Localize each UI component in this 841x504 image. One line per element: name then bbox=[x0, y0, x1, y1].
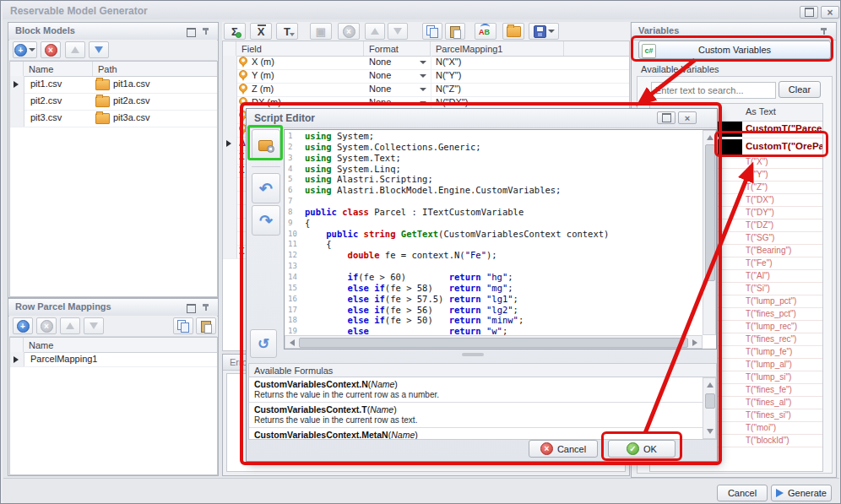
paste-button[interactable] bbox=[445, 23, 465, 40]
row-indicator bbox=[223, 110, 237, 123]
format-dropdown[interactable]: None bbox=[364, 69, 431, 83]
code-token: else bbox=[348, 294, 369, 304]
move-down-button[interactable] bbox=[89, 41, 109, 58]
column-header-name[interactable]: Name bbox=[24, 62, 93, 76]
open-button[interactable] bbox=[502, 23, 524, 40]
block-model-name: pit3.csv bbox=[30, 112, 62, 122]
copy-button[interactable] bbox=[422, 23, 442, 40]
column-header-name[interactable]: Name bbox=[24, 338, 218, 352]
panel-pin-icon[interactable] bbox=[202, 303, 209, 312]
code-hscrollbar[interactable] bbox=[285, 335, 703, 349]
add-numeric-field-button[interactable]: Σ bbox=[224, 23, 246, 40]
format-dropdown[interactable]: None bbox=[364, 56, 431, 69]
line-number: 10 bbox=[285, 229, 305, 240]
cancel-button[interactable]: Cancel bbox=[717, 485, 768, 501]
script-options-button[interactable] bbox=[252, 129, 280, 160]
dialog-cancel-button[interactable]: × Cancel bbox=[529, 440, 598, 458]
variable-label: T("fines_rec") bbox=[746, 334, 796, 344]
code-token: ; bbox=[513, 305, 518, 315]
paste-button[interactable] bbox=[196, 317, 216, 334]
undo-button[interactable]: ↶ bbox=[252, 173, 280, 203]
reset-button[interactable]: ↺ bbox=[250, 329, 277, 358]
add-mapping-button[interactable]: + bbox=[13, 317, 33, 334]
search-input[interactable] bbox=[651, 82, 776, 99]
scroll-right-icon[interactable] bbox=[692, 339, 697, 346]
dialog-close-button[interactable]: × bbox=[678, 111, 697, 124]
dialog-maximize-button[interactable] bbox=[657, 111, 676, 124]
generate-label: Generate bbox=[788, 488, 827, 498]
scroll-thumb[interactable] bbox=[705, 144, 715, 281]
code-token: ; bbox=[507, 272, 513, 282]
code-editor[interactable]: 1using System;2using System.Collections.… bbox=[284, 129, 717, 350]
variable-label: T("lump_fe") bbox=[746, 347, 792, 356]
dialog-titlebar: Script Editor × bbox=[247, 109, 717, 128]
scroll-thumb[interactable] bbox=[299, 338, 688, 348]
scroll-thumb[interactable] bbox=[705, 393, 715, 409]
block-model-row[interactable]: pit3.csvpit3a.csv bbox=[10, 110, 217, 127]
generate-button[interactable]: Generate bbox=[771, 485, 832, 501]
folder-icon bbox=[95, 96, 110, 107]
field-row[interactable]: Y (m)NoneN("Y") bbox=[223, 69, 629, 84]
format-dropdown[interactable]: None bbox=[364, 83, 431, 96]
formulas-scrollbar[interactable] bbox=[703, 377, 716, 439]
column-header-path[interactable]: Path bbox=[93, 62, 218, 76]
panel-maximize-icon[interactable] bbox=[187, 28, 196, 37]
delete-field-button[interactable]: × bbox=[338, 23, 360, 40]
column-header-parcelmapping[interactable]: ParcelMapping1 bbox=[431, 41, 564, 56]
code-token: System.Text; bbox=[332, 153, 401, 163]
formula-method: CustomVariablesContext.T bbox=[254, 404, 367, 415]
panel-pin-icon[interactable] bbox=[820, 27, 827, 35]
clear-button[interactable]: Clear bbox=[779, 81, 821, 98]
insert-field-button[interactable]: ▣ bbox=[310, 23, 332, 40]
xbar-icon: X bbox=[258, 26, 265, 37]
scroll-up-icon[interactable] bbox=[707, 382, 713, 387]
panel-pin-icon[interactable] bbox=[202, 27, 209, 35]
code-vscrollbar[interactable] bbox=[703, 130, 716, 335]
panel-maximize-icon[interactable] bbox=[187, 304, 196, 313]
field-row[interactable]: X (m)NoneN("X") bbox=[223, 56, 629, 70]
move-down-button[interactable] bbox=[388, 23, 408, 40]
save-menu-button[interactable] bbox=[529, 23, 559, 40]
block-model-row[interactable]: pit1.csvpit1a.csv bbox=[10, 76, 217, 94]
custom-variables-button[interactable]: c# Custom Variables bbox=[638, 41, 831, 59]
mapping-row[interactable]: ParcelMapping1 bbox=[10, 352, 217, 367]
column-header-format[interactable]: Format bbox=[364, 41, 431, 56]
block-model-path: pit3a.csv bbox=[113, 112, 149, 122]
add-text-field-button[interactable]: T bbox=[276, 23, 298, 40]
arrow-up-icon bbox=[66, 322, 74, 329]
column-header-field[interactable]: Field bbox=[236, 41, 364, 56]
move-down-button[interactable] bbox=[84, 317, 104, 334]
line-number: 8 bbox=[285, 207, 305, 218]
add-average-field-button[interactable]: X bbox=[250, 23, 272, 40]
dialog-ok-button[interactable]: ✓ OK bbox=[608, 440, 676, 458]
find-replace-button[interactable]: AB bbox=[475, 23, 496, 40]
formula-entry[interactable]: CustomVariablesContext.MetaN(Name)Return… bbox=[249, 428, 703, 440]
copy-button[interactable] bbox=[173, 317, 193, 334]
delete-block-model-button[interactable]: × bbox=[41, 41, 61, 58]
formula-entry[interactable]: CustomVariablesContext.T(Name)Returns th… bbox=[249, 403, 703, 428]
available-variables-label: Available Variables bbox=[641, 64, 719, 74]
open-folder-icon bbox=[507, 26, 521, 37]
redo-button[interactable]: ↷ bbox=[252, 205, 280, 236]
splitter-handle[interactable] bbox=[462, 353, 484, 356]
add-block-model-button[interactable]: + bbox=[13, 41, 37, 58]
variable-label: T("Al") bbox=[746, 271, 770, 280]
move-up-button[interactable] bbox=[60, 317, 80, 334]
code-token: return bbox=[449, 315, 481, 325]
formula-entry[interactable]: CustomVariablesContext.N(Name)Returns th… bbox=[249, 377, 703, 403]
formula-method: CustomVariablesContext.MetaN bbox=[254, 430, 388, 440]
scroll-up-icon[interactable] bbox=[707, 135, 713, 140]
window-maximize-button[interactable] bbox=[800, 6, 818, 19]
block-model-row[interactable]: pit2.csvpit2a.csv bbox=[10, 93, 217, 111]
code-line: 5using Alastri.Scripting; bbox=[285, 174, 703, 185]
scroll-down-icon[interactable] bbox=[707, 429, 713, 434]
move-up-button[interactable] bbox=[65, 41, 85, 58]
field-name: X (m) bbox=[252, 57, 274, 67]
window-close-button[interactable]: × bbox=[821, 6, 839, 19]
scroll-left-icon[interactable] bbox=[290, 339, 295, 346]
delete-mapping-button[interactable]: × bbox=[36, 317, 57, 334]
code-token: Parcel : ITextCustomVariable bbox=[369, 207, 524, 217]
code-token: (fe > 58) bbox=[385, 283, 449, 293]
field-row[interactable]: Z (m)NoneN("Z") bbox=[223, 83, 629, 97]
move-up-button[interactable] bbox=[365, 23, 385, 40]
